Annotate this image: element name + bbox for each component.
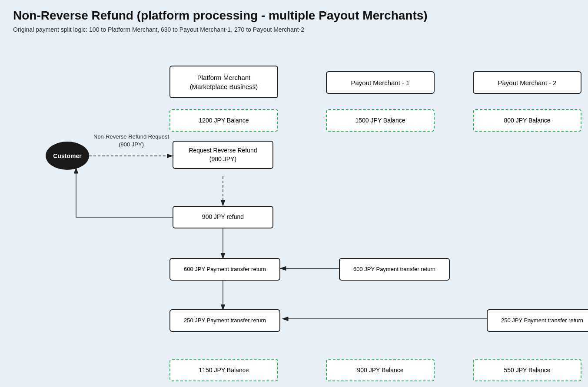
page-title: Non-Reverse Refund (platform processing … bbox=[13, 9, 575, 23]
customer-circle: Customer bbox=[46, 142, 89, 170]
platform-merchant-box: Platform Merchant (Marketplace Business) bbox=[169, 66, 278, 98]
balance-payout2-initial: 800 JPY Balance bbox=[473, 109, 581, 132]
arrows-svg bbox=[13, 46, 575, 387]
request-refund-box: Request Reverse Refund (900 JPY) bbox=[173, 141, 273, 169]
balance-payout1-initial: 1500 JPY Balance bbox=[326, 109, 435, 132]
payout2-box: Payout Merchant - 2 bbox=[473, 71, 581, 94]
transfer-return-600-right: 600 JPY Payment transfer return bbox=[339, 258, 450, 281]
request-label: Non-Reverse Refund Request (900 JPY) bbox=[93, 133, 169, 149]
transfer-return-600-left: 600 JPY Payment transfer return bbox=[169, 258, 280, 281]
balance-payout1-final: 900 JPY Balance bbox=[326, 359, 435, 381]
customer-label: Customer bbox=[53, 152, 81, 159]
balance-platform-final: 1150 JPY Balance bbox=[169, 359, 278, 381]
balance-payout2-final: 550 JPY Balance bbox=[473, 359, 581, 381]
diagram: Customer Non-Reverse Refund Request (900… bbox=[13, 46, 575, 387]
payout1-box: Payout Merchant - 1 bbox=[326, 71, 435, 94]
transfer-return-250-left: 250 JPY Payment transfer return bbox=[169, 309, 280, 332]
page-subtitle: Original payment split logic: 100 to Pla… bbox=[13, 26, 575, 33]
page: Non-Reverse Refund (platform processing … bbox=[0, 0, 588, 387]
transfer-return-250-right: 250 JPY Payment transfer return bbox=[487, 309, 588, 332]
balance-platform-initial: 1200 JPY Balance bbox=[169, 109, 278, 132]
refund-box: 900 JPY refund bbox=[173, 206, 273, 228]
